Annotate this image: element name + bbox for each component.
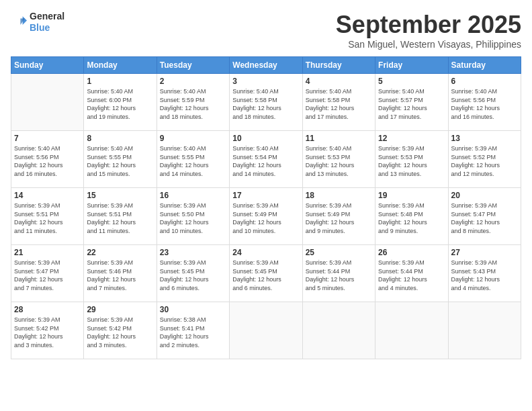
day-number: 10 xyxy=(232,134,299,143)
calendar-cell: 14Sunrise: 5:39 AM Sunset: 5:51 PM Dayli… xyxy=(11,188,84,245)
calendar-cell: 5Sunrise: 5:40 AM Sunset: 5:57 PM Daylig… xyxy=(375,74,448,131)
day-number: 5 xyxy=(378,77,445,86)
calendar-header-row: SundayMondayTuesdayWednesdayThursdayFrid… xyxy=(11,57,521,74)
day-info: Sunrise: 5:39 AM Sunset: 5:48 PM Dayligh… xyxy=(378,201,445,235)
column-header-thursday: Thursday xyxy=(302,57,375,74)
day-number: 8 xyxy=(87,134,153,143)
day-info: Sunrise: 5:40 AM Sunset: 5:53 PM Dayligh… xyxy=(306,144,372,178)
day-info: Sunrise: 5:39 AM Sunset: 5:52 PM Dayligh… xyxy=(451,144,518,178)
day-info: Sunrise: 5:39 AM Sunset: 5:47 PM Dayligh… xyxy=(14,259,81,292)
calendar-cell: 16Sunrise: 5:39 AM Sunset: 5:50 PM Dayli… xyxy=(157,188,229,245)
day-info: Sunrise: 5:39 AM Sunset: 5:51 PM Dayligh… xyxy=(87,201,153,235)
week-row-5: 28Sunrise: 5:39 AM Sunset: 5:42 PM Dayli… xyxy=(11,302,521,359)
day-number: 19 xyxy=(378,191,445,200)
calendar-cell: 18Sunrise: 5:39 AM Sunset: 5:49 PM Dayli… xyxy=(302,188,375,245)
column-header-wednesday: Wednesday xyxy=(230,57,302,74)
calendar-cell xyxy=(302,302,375,359)
day-info: Sunrise: 5:40 AM Sunset: 6:00 PM Dayligh… xyxy=(87,87,153,121)
month-title: September 2025 xyxy=(336,11,521,39)
calendar-cell: 22Sunrise: 5:39 AM Sunset: 5:46 PM Dayli… xyxy=(84,245,157,302)
calendar-cell: 2Sunrise: 5:40 AM Sunset: 5:59 PM Daylig… xyxy=(157,74,229,131)
day-number: 16 xyxy=(160,191,226,200)
day-number: 20 xyxy=(451,191,518,200)
logo-icon xyxy=(11,14,27,30)
day-info: Sunrise: 5:38 AM Sunset: 5:41 PM Dayligh… xyxy=(160,316,226,349)
day-number: 4 xyxy=(306,77,372,86)
logo-text: General Blue xyxy=(30,11,64,34)
day-number: 28 xyxy=(14,305,81,314)
day-number: 22 xyxy=(87,248,153,257)
day-info: Sunrise: 5:39 AM Sunset: 5:51 PM Dayligh… xyxy=(14,201,81,235)
day-info: Sunrise: 5:40 AM Sunset: 5:56 PM Dayligh… xyxy=(451,87,518,121)
day-number: 15 xyxy=(87,191,153,200)
day-info: Sunrise: 5:40 AM Sunset: 5:56 PM Dayligh… xyxy=(14,144,81,178)
calendar-cell: 12Sunrise: 5:39 AM Sunset: 5:53 PM Dayli… xyxy=(375,131,448,188)
day-number: 7 xyxy=(14,134,81,143)
day-number: 21 xyxy=(14,248,81,257)
day-info: Sunrise: 5:39 AM Sunset: 5:46 PM Dayligh… xyxy=(87,259,153,292)
day-number: 14 xyxy=(14,191,81,200)
day-number: 3 xyxy=(232,77,299,86)
column-header-monday: Monday xyxy=(84,57,157,74)
calendar-cell xyxy=(375,302,448,359)
calendar-cell: 1Sunrise: 5:40 AM Sunset: 6:00 PM Daylig… xyxy=(84,74,157,131)
day-info: Sunrise: 5:40 AM Sunset: 5:59 PM Dayligh… xyxy=(160,87,226,121)
day-info: Sunrise: 5:39 AM Sunset: 5:44 PM Dayligh… xyxy=(306,259,372,292)
day-number: 2 xyxy=(160,77,226,86)
column-header-saturday: Saturday xyxy=(448,57,521,74)
calendar-cell: 28Sunrise: 5:39 AM Sunset: 5:42 PM Dayli… xyxy=(11,302,84,359)
calendar-cell: 9Sunrise: 5:40 AM Sunset: 5:55 PM Daylig… xyxy=(157,131,229,188)
day-info: Sunrise: 5:40 AM Sunset: 5:58 PM Dayligh… xyxy=(306,87,372,121)
day-info: Sunrise: 5:40 AM Sunset: 5:55 PM Dayligh… xyxy=(160,144,226,178)
column-header-friday: Friday xyxy=(375,57,448,74)
day-number: 24 xyxy=(232,248,299,257)
day-info: Sunrise: 5:39 AM Sunset: 5:42 PM Dayligh… xyxy=(87,316,153,349)
calendar-cell xyxy=(11,74,84,131)
day-info: Sunrise: 5:39 AM Sunset: 5:43 PM Dayligh… xyxy=(451,259,518,292)
calendar-cell: 19Sunrise: 5:39 AM Sunset: 5:48 PM Dayli… xyxy=(375,188,448,245)
week-row-1: 1Sunrise: 5:40 AM Sunset: 6:00 PM Daylig… xyxy=(11,74,521,131)
day-info: Sunrise: 5:39 AM Sunset: 5:49 PM Dayligh… xyxy=(306,201,372,235)
column-header-sunday: Sunday xyxy=(11,57,84,74)
calendar-cell: 20Sunrise: 5:39 AM Sunset: 5:47 PM Dayli… xyxy=(448,188,521,245)
day-number: 1 xyxy=(87,77,153,86)
day-number: 18 xyxy=(306,191,372,200)
calendar-cell: 17Sunrise: 5:39 AM Sunset: 5:49 PM Dayli… xyxy=(230,188,302,245)
day-number: 25 xyxy=(306,248,372,257)
day-info: Sunrise: 5:39 AM Sunset: 5:50 PM Dayligh… xyxy=(160,201,226,235)
day-number: 27 xyxy=(451,248,518,257)
calendar-cell: 27Sunrise: 5:39 AM Sunset: 5:43 PM Dayli… xyxy=(448,245,521,302)
calendar-cell: 25Sunrise: 5:39 AM Sunset: 5:44 PM Dayli… xyxy=(302,245,375,302)
logo: General Blue xyxy=(11,11,64,34)
week-row-4: 21Sunrise: 5:39 AM Sunset: 5:47 PM Dayli… xyxy=(11,245,521,302)
day-info: Sunrise: 5:40 AM Sunset: 5:54 PM Dayligh… xyxy=(232,144,299,178)
day-info: Sunrise: 5:40 AM Sunset: 5:57 PM Dayligh… xyxy=(378,87,445,121)
calendar-cell: 30Sunrise: 5:38 AM Sunset: 5:41 PM Dayli… xyxy=(157,302,229,359)
calendar-cell: 8Sunrise: 5:40 AM Sunset: 5:55 PM Daylig… xyxy=(84,131,157,188)
page-header: General Blue September 2025 San Miguel, … xyxy=(11,11,521,50)
location: San Miguel, Western Visayas, Philippines xyxy=(336,39,521,50)
calendar-cell: 11Sunrise: 5:40 AM Sunset: 5:53 PM Dayli… xyxy=(302,131,375,188)
title-area: September 2025 San Miguel, Western Visay… xyxy=(336,11,521,50)
calendar-cell: 29Sunrise: 5:39 AM Sunset: 5:42 PM Dayli… xyxy=(84,302,157,359)
calendar-cell: 24Sunrise: 5:39 AM Sunset: 5:45 PM Dayli… xyxy=(230,245,302,302)
day-number: 6 xyxy=(451,77,518,86)
day-number: 17 xyxy=(232,191,299,200)
calendar-cell: 26Sunrise: 5:39 AM Sunset: 5:44 PM Dayli… xyxy=(375,245,448,302)
day-number: 23 xyxy=(160,248,226,257)
column-header-tuesday: Tuesday xyxy=(157,57,229,74)
day-number: 11 xyxy=(306,134,372,143)
day-number: 9 xyxy=(160,134,226,143)
day-info: Sunrise: 5:39 AM Sunset: 5:45 PM Dayligh… xyxy=(160,259,226,292)
day-info: Sunrise: 5:39 AM Sunset: 5:53 PM Dayligh… xyxy=(378,144,445,178)
day-info: Sunrise: 5:39 AM Sunset: 5:45 PM Dayligh… xyxy=(232,259,299,292)
day-info: Sunrise: 5:39 AM Sunset: 5:49 PM Dayligh… xyxy=(232,201,299,235)
calendar-cell: 4Sunrise: 5:40 AM Sunset: 5:58 PM Daylig… xyxy=(302,74,375,131)
day-info: Sunrise: 5:39 AM Sunset: 5:42 PM Dayligh… xyxy=(14,316,81,349)
calendar-cell: 13Sunrise: 5:39 AM Sunset: 5:52 PM Dayli… xyxy=(448,131,521,188)
day-number: 26 xyxy=(378,248,445,257)
day-number: 30 xyxy=(160,305,226,314)
day-info: Sunrise: 5:40 AM Sunset: 5:58 PM Dayligh… xyxy=(232,87,299,121)
calendar-cell xyxy=(448,302,521,359)
calendar-cell: 6Sunrise: 5:40 AM Sunset: 5:56 PM Daylig… xyxy=(448,74,521,131)
